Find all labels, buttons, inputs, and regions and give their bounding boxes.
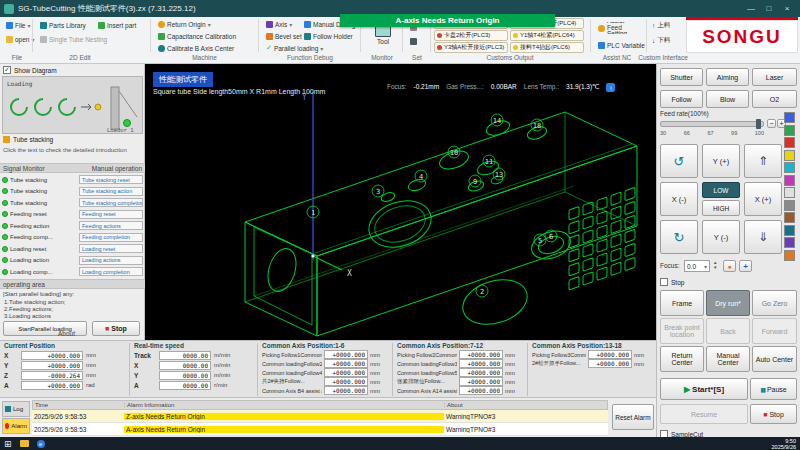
start-menu-icon[interactable]: ⊞ (4, 439, 12, 449)
back-button[interactable]: Back (706, 318, 750, 344)
capacitance-calibration-button[interactable]: Capacitance Calibration (154, 30, 240, 42)
minimize-button[interactable]: — (742, 2, 760, 15)
shutter-button[interactable]: Shutter (660, 68, 703, 86)
stop-button[interactable]: ■Stop (750, 404, 797, 424)
close-button[interactable]: × (778, 2, 796, 15)
file-menu-button[interactable]: File▾ (2, 19, 35, 31)
tube-stacking-item[interactable]: Tube stacking (3, 136, 53, 143)
manual-operation-button[interactable]: Tube stacking reset (79, 175, 143, 184)
manual-operation-button[interactable]: Tube stacking completion (79, 198, 143, 207)
manual-operation-button[interactable]: Loading reset (79, 244, 143, 253)
palette-color-swatch[interactable] (784, 212, 795, 223)
manual-center-button[interactable]: Manual Center (706, 346, 750, 372)
manual-operation-button[interactable]: Loading completion (79, 267, 143, 276)
info-icon[interactable]: i (606, 83, 615, 92)
feed-rate-slider[interactable] (660, 121, 764, 127)
plc-variable-button[interactable]: PLC Variable (594, 39, 649, 51)
group-caption[interactable]: Monitor (362, 54, 402, 64)
group-caption[interactable]: Set (402, 54, 432, 64)
manual-operation-button[interactable]: Feeding actions (79, 221, 143, 230)
taskbar-clock[interactable]: 9:50 2025/9/26 (772, 438, 796, 450)
palette-color-swatch[interactable] (784, 250, 795, 261)
palette-color-swatch[interactable] (784, 137, 795, 148)
blow-button[interactable]: Blow (706, 90, 749, 108)
jog-x-plus-button[interactable]: X (+) (744, 182, 782, 216)
return-center-button[interactable]: Return Center (660, 346, 704, 372)
insert-part-button[interactable]: Insert part (94, 19, 140, 31)
browser-icon[interactable]: e (37, 440, 45, 448)
focus-aux-button-1[interactable]: ● (723, 260, 736, 272)
jog-z-up-button[interactable]: ⇑ (744, 144, 782, 178)
focus-spinner[interactable]: ▲▼ (713, 260, 717, 270)
parallel-loading-button[interactable]: ✓Parallel loading▾ (262, 42, 327, 54)
forward-button[interactable]: Forward (752, 318, 797, 344)
manual-operation-button[interactable]: Feeding reset (79, 210, 143, 219)
parts-library-button[interactable]: Parts Library (36, 19, 90, 31)
tab-log[interactable]: Log (2, 401, 30, 417)
customs-output-button[interactable]: Y3轴A松开接近(PLC3) (434, 42, 508, 53)
low-speed-button[interactable]: LOW (702, 182, 740, 198)
show-diagram-checkbox[interactable]: ✓ Show Diagram (3, 66, 57, 74)
palette-color-swatch[interactable] (784, 200, 795, 211)
calibrate-axis-center-button[interactable]: Calibrate B Axis Center (154, 42, 238, 54)
focus-value-select[interactable]: 0.0▾ (684, 260, 710, 272)
resume-button[interactable]: Resume (660, 404, 748, 424)
log-row[interactable]: 2025/9/26 9:58:53A-axis Needs Return Ori… (32, 423, 608, 436)
slider-thumb[interactable] (756, 119, 761, 129)
about-link[interactable]: About (58, 330, 75, 337)
manual-operation-button[interactable]: Tube stacking action (79, 187, 143, 196)
folder-icon[interactable] (20, 440, 29, 447)
custom-interface-button[interactable]: ↑上料 (648, 19, 684, 31)
stop-checkbox[interactable]: Stop (660, 278, 684, 286)
palette-color-swatch[interactable] (784, 175, 795, 186)
go-zero-button[interactable]: Go Zero (752, 290, 797, 316)
customs-output-button[interactable]: 卡盘2松开(PLC3) (434, 30, 508, 41)
palette-color-swatch[interactable] (784, 112, 795, 123)
reset-alarm-button[interactable]: Reset Alarm (612, 404, 654, 430)
manual-operation-button[interactable]: Loading actions (79, 256, 143, 265)
focus-aux-button-2[interactable]: + (739, 260, 752, 272)
return-origin-button[interactable]: Return Origin▾ (154, 18, 215, 30)
o2-button[interactable]: O2 (752, 90, 797, 108)
group-caption[interactable]: Machine (182, 54, 227, 64)
frame-button[interactable]: Frame (660, 290, 704, 316)
feed-minus-button[interactable]: − (767, 119, 776, 128)
palette-color-swatch[interactable] (784, 125, 795, 136)
tab-alarm[interactable]: Alarm (2, 418, 30, 434)
aiming-button[interactable]: Aiming (706, 68, 749, 86)
palette-color-swatch[interactable] (784, 150, 795, 161)
group-caption[interactable]: Custom Interface (632, 54, 694, 64)
single-tube-nesting-button[interactable]: Single Tube Nesting (36, 33, 111, 45)
jog-x-minus-button[interactable]: X (-) (660, 182, 698, 216)
viewport-3d[interactable]: Y X 12345691011131418 性能测试零件 Square tube… (145, 64, 656, 340)
group-caption[interactable]: 2D Edit (60, 54, 100, 64)
palette-color-swatch[interactable] (784, 187, 795, 198)
jog-y-plus-button[interactable]: Y (+) (702, 144, 740, 178)
palette-color-swatch[interactable] (784, 162, 795, 173)
open-button[interactable]: open▾ (2, 33, 38, 45)
palette-color-swatch[interactable] (784, 237, 795, 248)
maximize-button[interactable]: □ (760, 2, 778, 15)
customs-output-button[interactable]: Y1轴T4松紧(PLC64) (510, 30, 584, 41)
log-row[interactable]: 2025/9/26 9:58:53Z-axis Needs Return Ori… (32, 410, 608, 423)
manual-operation-button[interactable]: Feeding completion (79, 233, 143, 242)
rotate-a-minus-button[interactable]: ↻ (660, 220, 698, 254)
group-caption[interactable]: Function Debug (275, 54, 345, 64)
follow-holder-button[interactable]: Follow Holder (300, 30, 357, 42)
break-point-location-button[interactable]: Break point location (660, 318, 704, 344)
palette-color-swatch[interactable] (784, 225, 795, 236)
assist-feed-setting-button[interactable]: Assist Feed Setting (594, 21, 644, 35)
auto-center-button[interactable]: Auto Center (752, 346, 797, 372)
set-list-button[interactable] (406, 35, 421, 47)
follow-button[interactable]: Follow (660, 90, 703, 108)
customs-output-button[interactable]: 接料T4抬起(PLC6) (510, 42, 584, 53)
group-caption[interactable]: File (2, 54, 32, 64)
start-button[interactable]: ▶Start*[S] (660, 378, 748, 400)
rotate-a-plus-button[interactable]: ↺ (660, 144, 698, 178)
dry-run-button[interactable]: Dry run* (706, 290, 750, 316)
jog-z-down-button[interactable]: ⇓ (744, 220, 782, 254)
jog-y-minus-button[interactable]: Y (-) (702, 220, 740, 254)
group-caption[interactable]: Customs Output (475, 54, 545, 64)
high-speed-button[interactable]: HIGH (702, 200, 740, 216)
pause-button[interactable]: ▮▮Pause (750, 378, 797, 400)
